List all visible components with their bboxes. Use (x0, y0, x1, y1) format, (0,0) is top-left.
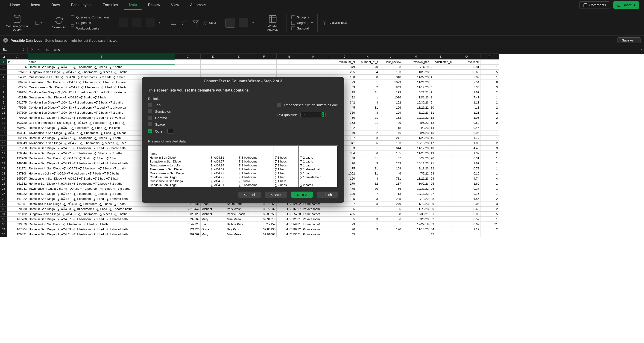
text-to-columns-dialog: Convert Text to Columns Wizard - Step 2 … (142, 77, 344, 203)
chevron-down-icon: ▾ (311, 21, 313, 25)
ribbon-content: Get Data (Power Query) ▾ Refresh All Que… (0, 10, 644, 36)
treat-consecutive-checkbox[interactable]: Treat consecutive delimiters as one (277, 103, 338, 107)
properties-link[interactable]: Properties (71, 21, 110, 25)
refresh-label: Refresh All (52, 26, 66, 29)
cell-reference[interactable]: B1 ▲▼ (0, 47, 28, 53)
ungroup-button[interactable]: Ungroup ▾ (291, 21, 313, 25)
ribbon-tabs: HomeInsertDrawPage LayoutFormulasDataRev… (0, 0, 644, 10)
properties-icon (71, 21, 74, 25)
geography-datatype-icon[interactable] (146, 18, 155, 28)
tab-automate[interactable]: Automate (184, 1, 211, 10)
group-button[interactable]: Group ▾ (291, 16, 313, 19)
tab-draw[interactable]: Draw (46, 1, 66, 10)
tab-home[interactable]: Home (4, 1, 26, 10)
refresh-all-button[interactable]: Refresh All (52, 16, 66, 29)
svg-rect-2 (269, 16, 276, 22)
clear-filter-button[interactable]: Clear (203, 21, 216, 25)
flash-fill-icon[interactable] (239, 18, 248, 28)
whatif-icon (268, 14, 277, 24)
queries-link[interactable]: Queries & Connections (71, 16, 110, 19)
dialog-overlay: Convert Text to Columns Wizard - Step 2 … (0, 54, 644, 343)
finish-button[interactable]: Finish (317, 192, 338, 198)
filter-button[interactable] (192, 19, 199, 27)
svg-line-1 (204, 21, 208, 25)
currencies-datatype-icon[interactable] (132, 18, 142, 28)
tab-view[interactable]: View (166, 1, 184, 10)
save-as-button[interactable]: Save As... (618, 37, 641, 43)
formula-input[interactable]: fxname (43, 48, 639, 51)
subtotal-icon (291, 27, 295, 30)
fx-icon: fx (46, 48, 49, 51)
sort-za-button[interactable] (181, 19, 188, 27)
tab-checkbox[interactable]: Tab (148, 103, 173, 107)
database-icon (12, 14, 22, 24)
cancel-button[interactable]: Cancel (238, 192, 261, 198)
ungroup-icon (291, 21, 295, 25)
text-to-columns-icon[interactable] (226, 18, 235, 28)
gear-icon (322, 21, 327, 25)
refresh-icon (54, 16, 63, 25)
share-button[interactable]: Share ▾ (613, 2, 640, 9)
tab-data[interactable]: Data (124, 0, 142, 10)
tab-page-layout[interactable]: Page Layout (66, 1, 97, 10)
subtotal-button[interactable]: Subtotal (291, 27, 313, 30)
text-qualifier-label: Text qualifier: (277, 113, 297, 117)
stocks-icon[interactable] (36, 21, 39, 25)
group-icon (291, 16, 295, 19)
other-delimiter-input[interactable] (168, 129, 173, 134)
workbook-icon (71, 27, 74, 30)
preview-pane[interactable]: nameHome in San Diego ∑ ,òÖ4.81 ∑ 3 bedr… (148, 145, 338, 187)
whatif-label: What-If Analysis (264, 25, 282, 31)
space-checkbox[interactable]: Space (148, 122, 173, 126)
warning-title: Possible Data Loss (10, 39, 42, 43)
workbook-links[interactable]: Workbook Links (71, 27, 110, 30)
warning-message: Some features might be lost if you save … (45, 39, 117, 43)
dropdown-icon[interactable]: ▾ (252, 21, 254, 25)
comments-button[interactable]: Comments (579, 2, 610, 9)
svg-point-3 (324, 22, 325, 23)
semicolon-checkbox[interactable]: Semicolon (148, 109, 173, 113)
preview-label: Preview of selected data: (148, 139, 338, 143)
dialog-description: This screen lets you set the delimiters … (148, 88, 338, 92)
dropdown-icon[interactable]: ▾ (159, 21, 160, 25)
share-icon (617, 3, 621, 7)
delimiters-label: Delimiters (148, 97, 338, 101)
stocks-datatype-icon[interactable] (119, 18, 128, 28)
expand-formula-icon[interactable]: ▾ (639, 48, 644, 51)
comment-icon (583, 3, 587, 7)
get-data-button[interactable]: Get Data (Power Query) (3, 14, 31, 31)
chevron-down-icon: ▾ (308, 16, 309, 19)
comments-label: Comments (589, 3, 606, 7)
cancel-formula-icon[interactable]: ✕ (31, 48, 34, 52)
link-icon (71, 16, 74, 19)
what-if-button[interactable]: What-If Analysis (264, 14, 282, 31)
spreadsheet-grid[interactable]: ◢ABCDEFGHIJKLMNOP 1idnameminimum_ninumbe… (0, 54, 644, 343)
share-label: Share (622, 3, 632, 7)
next-button[interactable]: Next > (291, 192, 313, 198)
back-button[interactable]: < Back (265, 192, 287, 198)
warning-bar: ✕ Possible Data Loss Some features might… (0, 36, 644, 46)
other-checkbox[interactable]: ✓Other: (148, 129, 173, 134)
get-data-label: Get Data (Power Query) (3, 25, 31, 31)
enter-formula-icon[interactable]: ✓ (37, 48, 40, 52)
dropdown-icon[interactable]: ▾ (40, 21, 42, 25)
formula-bar: B1 ▲▼ ✕ ✓ fxname ▾ (0, 46, 644, 54)
sort-az-button[interactable] (170, 19, 177, 27)
chevron-down-icon: ▾ (634, 3, 636, 7)
text-qualifier-select[interactable]: " (300, 112, 326, 118)
tab-formulas[interactable]: Formulas (97, 1, 124, 10)
dialog-title: Convert Text to Columns Wizard - Step 2 … (142, 77, 344, 87)
svg-point-0 (14, 15, 20, 17)
close-warning-icon[interactable]: ✕ (3, 38, 8, 43)
tab-insert[interactable]: Insert (26, 1, 46, 10)
tab-review[interactable]: Review (142, 1, 166, 10)
analysis-tools-button[interactable]: Analysis Tools (322, 21, 348, 25)
stepper-icon[interactable]: ▲▼ (23, 48, 25, 52)
comma-checkbox[interactable]: Comma (148, 116, 173, 120)
